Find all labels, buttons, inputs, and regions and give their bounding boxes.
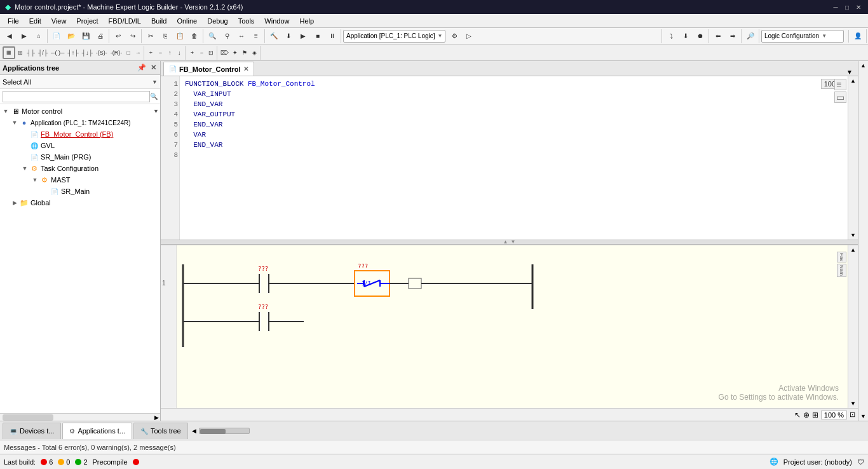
paste-button[interactable]: 📋 (173, 29, 187, 43)
home-button[interactable]: ⌂ (32, 29, 46, 43)
menu-tools[interactable]: Tools (233, 16, 260, 26)
save-button[interactable]: 💾 (79, 29, 93, 43)
tree-node-sr-main[interactable]: ▶ 📄 SR_Main (PRG) (0, 151, 160, 163)
find2-button[interactable]: ⚲ (220, 29, 234, 43)
tb2-select-btn[interactable]: ▦ (3, 46, 15, 59)
tb2-coil-btn[interactable]: ─( )─ (50, 46, 65, 60)
tree-node-gvl[interactable]: ▶ 🌐 GVL (0, 140, 160, 151)
breakpoint-button[interactable]: ⏺ (693, 29, 707, 43)
bottom-tab-devices[interactable]: 💻 Devices t... (3, 423, 61, 439)
search-input[interactable] (3, 91, 150, 102)
tb2-e1-btn[interactable]: ⌦ (219, 46, 230, 60)
zoom-plus-icon[interactable]: ⊕ (803, 411, 810, 419)
expander-task-config[interactable]: ▼ (20, 165, 29, 172)
tb2-zoom-out-btn[interactable]: − (197, 46, 206, 60)
tree-node-task-config[interactable]: ▼ ⚙ Task Configuration (0, 163, 160, 174)
tab-fb-motor[interactable]: 📄 FB_Motor_Control ✕ (163, 62, 254, 76)
zoom-fit-icon[interactable]: ⊞ (812, 411, 818, 419)
find3-button[interactable]: ≡ (249, 29, 263, 43)
bottom-tab-applications[interactable]: ⚙ Applications t... (62, 423, 132, 439)
bottom-hscroll-thumb[interactable] (200, 429, 226, 434)
tb2-set-btn[interactable]: -(S)- (95, 46, 109, 60)
pause-button[interactable]: ⏸ (325, 29, 339, 43)
back-button[interactable]: ◀ (3, 29, 17, 43)
tb2-fb-btn[interactable]: □ (124, 46, 133, 60)
build-button[interactable]: 🔨 (267, 29, 281, 43)
tree-node-mast[interactable]: ▼ ⚙ MAST (0, 174, 160, 186)
menu-edit[interactable]: Edit (24, 16, 46, 26)
right-scroll-up[interactable]: ▲ (858, 61, 868, 70)
menu-debug[interactable]: Debug (202, 16, 233, 26)
open-button[interactable]: 📂 (64, 29, 78, 43)
replace-button[interactable]: ↔ (234, 29, 248, 43)
minimap-toggle[interactable]: ≡ (834, 79, 846, 90)
tb2-zoom-fit-btn[interactable]: ⊡ (207, 46, 215, 60)
tb2-pos-btn[interactable]: ┤↑├ (66, 46, 79, 60)
play-button[interactable]: ▶ (296, 29, 310, 43)
tb2-nc-contact-btn[interactable]: ┤/├ (37, 46, 49, 60)
motor-control-dropdown[interactable]: ▼ (153, 108, 159, 114)
expander-global[interactable]: ▶ (10, 200, 19, 206)
forward-button[interactable]: ▶ (17, 29, 31, 43)
tb2-e3-btn[interactable]: ⚑ (240, 46, 249, 60)
minimize-button[interactable]: ─ (831, 3, 840, 11)
expander-application[interactable]: ▼ (10, 119, 19, 126)
cut-button[interactable]: ✂ (144, 29, 158, 43)
menu-view[interactable]: View (46, 16, 72, 26)
code-scroll-thumb[interactable] (848, 85, 858, 231)
tree-node-motor-control[interactable]: ▼ 🖥 Motor control ▼ (0, 105, 160, 117)
tb2-link-btn[interactable]: → (133, 46, 142, 60)
tb2-grid-btn[interactable]: ⊞ (16, 46, 25, 60)
close-button[interactable]: ✕ (854, 3, 863, 11)
redo-button[interactable]: ↪ (126, 29, 140, 43)
code-page-toggle[interactable]: ▭ (834, 92, 846, 103)
print-button[interactable]: 🖨 (93, 29, 107, 43)
copy-button[interactable]: ⎘ (158, 29, 172, 43)
tree-hscroll-right[interactable]: ▶ (153, 414, 160, 421)
tree-node-global[interactable]: ▶ 📁 Global (0, 197, 160, 208)
select-dropdown-arrow[interactable]: ▼ (152, 79, 158, 85)
nam-label[interactable]: Nam (837, 264, 846, 277)
tree-node-fb-motor[interactable]: ▶ 📄 FB_Motor_Control (FB) (0, 128, 160, 140)
right-scroll-thumb[interactable] (858, 70, 868, 412)
tb2-move-down-btn[interactable]: ↓ (175, 46, 184, 60)
tb2-e4-btn[interactable]: ◈ (250, 46, 259, 60)
menu-file[interactable]: File (3, 16, 24, 26)
panel-close-button[interactable]: ✕ (149, 64, 158, 72)
panel-pin-button[interactable]: 📌 (136, 64, 147, 72)
search-icon[interactable]: 🔍 (150, 93, 158, 100)
tab-close-button[interactable]: ✕ (243, 65, 248, 72)
diagram-scroll-thumb[interactable] (848, 254, 858, 400)
bottom-hscroll[interactable] (199, 428, 250, 434)
app-dropdown[interactable]: Application [PLC_1: PLC Logic] ▼ (343, 30, 445, 43)
app-settings-button[interactable]: ⚙ (447, 29, 461, 43)
diagram-scroll-up[interactable]: ▲ (848, 245, 858, 254)
tb2-del-rung-btn[interactable]: − (156, 46, 165, 60)
diagram-area[interactable]: 1 ??? (161, 245, 858, 409)
bottom-tab-tools[interactable]: 🔧 Tools tree (133, 423, 188, 439)
step-into-button[interactable]: ⬇ (679, 29, 693, 43)
go-back-button[interactable]: ⬅ (711, 29, 725, 43)
tb2-reset-btn[interactable]: -(R)- (109, 46, 124, 60)
user-button[interactable]: 👤 (851, 29, 865, 43)
delete-button[interactable]: 🗑 (187, 29, 201, 43)
menu-fbd[interactable]: FBD/LD/IL (104, 16, 146, 26)
tree-node-sr-main2[interactable]: ▶ 📄 SR_Main (0, 186, 160, 197)
menu-online[interactable]: Online (172, 16, 202, 26)
tb2-zoom-in-btn[interactable]: + (187, 46, 196, 60)
expander-motor-control[interactable]: ▼ (1, 108, 10, 114)
code-scroll-down[interactable]: ▼ (848, 231, 858, 240)
undo-button[interactable]: ↩ (111, 29, 125, 43)
tree-hscroll-thumb[interactable] (3, 414, 53, 421)
download-button[interactable]: ⬇ (281, 29, 295, 43)
fav-label[interactable]: Fav (837, 252, 846, 262)
maximize-button[interactable]: □ (843, 3, 851, 11)
menu-window[interactable]: Window (259, 16, 294, 26)
find-button[interactable]: 🔍 (205, 29, 219, 43)
tab-scroll-left[interactable]: ◀ (191, 428, 198, 434)
logic-config-dropdown[interactable]: Logic Configuration ▼ (761, 30, 844, 43)
tab-dropdown-button[interactable]: ▼ (844, 69, 855, 76)
tb2-contact-btn[interactable]: ┤├ (25, 46, 36, 60)
new-button[interactable]: 📄 (50, 29, 64, 43)
code-scroll-up[interactable]: ▲ (848, 76, 858, 85)
